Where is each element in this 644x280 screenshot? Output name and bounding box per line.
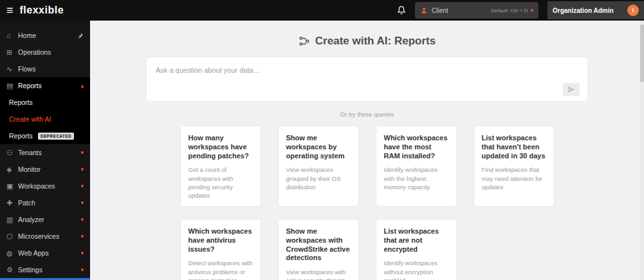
query-card-title: Which workspaces have the most RAM insta…	[384, 134, 448, 160]
query-card[interactable]: Which workspaces have the most RAM insta…	[376, 126, 457, 207]
sidebar-subitem-create-with-ai[interactable]: Create with AI	[0, 111, 90, 127]
page-title: Create with AI: Reports	[315, 35, 436, 48]
sidebar-subitem-label: Reports	[9, 98, 33, 106]
sidebar-item-settings[interactable]: ⚙ Settings ▾	[0, 261, 90, 278]
sidebar-item-label: Home	[18, 32, 36, 39]
query-card[interactable]: How many workspaces have pending patches…	[180, 126, 261, 207]
hamburger-menu-icon[interactable]: ≡	[6, 5, 14, 16]
sidebar-item-label: Flows	[18, 65, 35, 73]
sidebar-item-microservices[interactable]: ⬡ Microservices ▾	[0, 228, 90, 245]
user-avatar[interactable]: I	[627, 5, 639, 16]
sidebar-item-home[interactable]: ⌂ Home	[0, 27, 90, 44]
query-card-title: Show me workspaces with CrowdStrike acti…	[286, 227, 351, 263]
query-card-title: List workspaces that haven't been update…	[482, 134, 546, 160]
chevron-up-icon: ▴	[80, 83, 84, 89]
query-card[interactable]: List workspaces that haven't been update…	[474, 126, 555, 207]
chevron-down-icon: ▾	[80, 150, 84, 156]
scrollbar-thumb[interactable]	[640, 24, 644, 82]
query-card[interactable]: Show me workspaces with CrowdStrike acti…	[278, 219, 359, 280]
monitor-icon: ◈	[6, 165, 18, 174]
flows-icon: ∿	[6, 65, 18, 73]
operations-icon: ⊞	[6, 48, 18, 57]
pin-sidebar-icon[interactable]	[77, 32, 84, 39]
client-default-shortcut: Default: Ctrl + D ▾	[491, 8, 533, 14]
sidebar-item-label: Patch	[18, 199, 35, 207]
query-card-desc: Get a count of workspaces with pending s…	[189, 165, 253, 200]
queries-hint: Or try these queries	[90, 111, 644, 118]
chevron-down-icon: ▾	[80, 250, 84, 256]
page-title-row: Create with AI: Reports	[90, 35, 644, 48]
sidebar-subitem-reports[interactable]: Reports	[0, 94, 90, 111]
app-logo: flexxible	[20, 5, 64, 16]
patch-icon: ✚	[6, 199, 18, 207]
sidebar-item-label: Tenants	[18, 149, 42, 156]
chevron-down-icon: ▾	[80, 183, 84, 189]
chevron-down-icon: ▾	[80, 167, 84, 173]
sidebar-item-label: Settings	[18, 266, 42, 274]
chevron-down-icon: ▾	[80, 267, 84, 273]
query-card[interactable]: Show me workspaces by operating system V…	[278, 126, 359, 207]
main-content: Create with AI: Reports Or try these que…	[90, 21, 644, 280]
vertical-scrollbar	[640, 21, 644, 280]
topbar-right: Client Default: Ctrl + D ▾ Organization …	[397, 0, 644, 21]
query-card-title: Show me workspaces by operating system	[286, 134, 351, 160]
ask-question-input[interactable]	[154, 66, 580, 75]
sidebar: ⌂ Home ⊞ Operations ∿ Flows ▤ Reports ▴ …	[0, 21, 90, 280]
client-label: Client	[432, 7, 448, 14]
ask-question-panel	[146, 57, 588, 102]
reports-icon: ▤	[6, 82, 18, 90]
query-card-title: List workspaces that are not encrypted	[384, 227, 448, 254]
sidebar-item-label: Microservices	[18, 232, 59, 240]
home-icon: ⌂	[6, 32, 18, 39]
sidebar-item-label: Reports	[18, 82, 42, 89]
workspaces-icon: ▣	[6, 182, 18, 191]
chevron-down-icon: ▾	[530, 8, 533, 14]
send-plane-icon	[567, 86, 575, 93]
sidebar-item-reports[interactable]: ▤ Reports ▴	[0, 77, 90, 94]
sidebar-item-flows[interactable]: ∿ Flows	[0, 61, 90, 77]
sidebar-item-operations[interactable]: ⊞ Operations	[0, 44, 90, 61]
topbar: ≡ flexxible Client Default: Ctrl + D ▾ O…	[0, 0, 644, 21]
sidebar-item-patch[interactable]: ✚ Patch ▾	[0, 194, 90, 211]
client-person-icon	[420, 6, 428, 14]
notifications-bell-icon[interactable]	[397, 6, 406, 15]
chevron-down-icon: ▾	[80, 217, 84, 223]
send-row	[154, 83, 580, 96]
tenants-icon: ⚇	[6, 149, 18, 157]
query-card-desc: Detect workspaces with antivirus problem…	[189, 259, 253, 280]
reports-expanded-group: ▤ Reports ▴ Reports Create with AI Repor…	[0, 77, 90, 144]
sidebar-item-label: Operations	[18, 48, 51, 56]
query-card-title: Which workspaces have antivirus issues?	[189, 227, 253, 254]
sidebar-subitem-label: Create with AI	[9, 115, 51, 123]
send-button[interactable]	[563, 83, 580, 96]
web-apps-icon: ◍	[6, 249, 18, 257]
deprecated-badge: DEPRECATED	[38, 133, 74, 140]
query-card[interactable]: List workspaces that are not encrypted I…	[376, 219, 457, 280]
query-card-desc: Find workspaces that may need attention …	[482, 165, 546, 191]
microservices-icon: ⬡	[6, 232, 18, 241]
query-card[interactable]: Which workspaces have antivirus issues? …	[180, 219, 261, 280]
client-selector[interactable]: Client Default: Ctrl + D ▾	[415, 2, 538, 19]
sidebar-item-web-apps[interactable]: ◍ Web Apps ▾	[0, 245, 90, 261]
sidebar-subitem-label: Reports	[9, 132, 33, 140]
ai-branch-icon	[299, 35, 310, 47]
sidebar-item-label: Analyzer	[18, 216, 44, 223]
sidebar-item-label: Monitor	[18, 165, 41, 173]
sidebar-item-tenants[interactable]: ⚇ Tenants ▾	[0, 144, 90, 161]
analyzer-icon: ▥	[6, 216, 18, 224]
query-card-desc: Identify workspaces with the highest mem…	[384, 165, 448, 191]
organization-admin-label: Organization Admin	[553, 7, 614, 14]
sidebar-item-label: Workspaces	[18, 182, 55, 190]
settings-gear-icon: ⚙	[6, 266, 18, 274]
sidebar-item-analyzer[interactable]: ▥ Analyzer ▾	[0, 211, 90, 228]
query-card-desc: View workspaces with active security thr…	[286, 268, 351, 280]
query-card-desc: Identify workspaces without encryption e…	[384, 259, 448, 280]
sidebar-subitem-reports-deprecated[interactable]: Reports DEPRECATED	[0, 127, 90, 144]
organization-admin-menu[interactable]: Organization Admin I	[547, 1, 644, 19]
sidebar-item-monitor[interactable]: ◈ Monitor ▾	[0, 161, 90, 178]
query-card-title: How many workspaces have pending patches…	[189, 134, 253, 160]
suggested-queries-grid: How many workspaces have pending patches…	[90, 126, 644, 280]
chevron-down-icon: ▾	[80, 234, 84, 239]
sidebar-item-workspaces[interactable]: ▣ Workspaces ▾	[0, 178, 90, 194]
chevron-down-icon: ▾	[80, 200, 84, 206]
